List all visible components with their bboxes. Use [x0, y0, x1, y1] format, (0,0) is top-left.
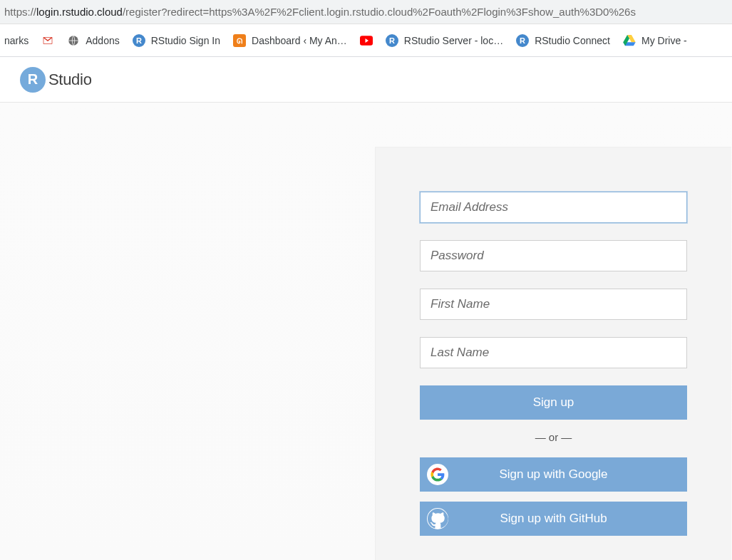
bookmark-label: RStudio Server - loc… — [404, 35, 503, 46]
email-field[interactable] — [420, 192, 687, 223]
bookmark-item-gdrive[interactable]: My Drive - — [623, 34, 687, 47]
bookmark-label: narks — [4, 35, 29, 46]
browser-address-bar[interactable]: https://login.rstudio.cloud/register?red… — [0, 0, 732, 24]
bookmark-item[interactable]: narks — [4, 35, 29, 46]
bookmark-item-rstudio-connect[interactable]: R RStudio Connect — [516, 34, 610, 47]
svg-text:R: R — [520, 36, 525, 45]
signup-button[interactable]: Sign up — [420, 385, 687, 420]
gmail-icon — [41, 34, 54, 47]
bookmark-label: My Drive - — [641, 35, 687, 46]
logo-text: Studio — [48, 71, 92, 89]
content-area: Sign up — or — Sign up with Google Sign … — [0, 103, 732, 560]
github-button-label: Sign up with GitHub — [500, 512, 607, 526]
signup-github-button[interactable]: Sign up with GitHub — [420, 502, 687, 536]
bookmark-label: Dashboard ‹ My An… — [252, 35, 347, 46]
logo-letter: R — [28, 71, 38, 88]
rstudio-icon: R — [516, 34, 529, 47]
rstudio-icon: R — [386, 34, 398, 47]
signup-google-button[interactable]: Sign up with Google — [420, 457, 687, 492]
gdrive-icon — [623, 34, 636, 47]
github-icon — [427, 508, 448, 529]
svg-text:R: R — [136, 36, 142, 45]
url-path: /register?redirect=https%3A%2F%2Fclient.… — [123, 6, 636, 18]
bookmark-item-rstudio-server[interactable]: R RStudio Server - loc… — [386, 34, 503, 47]
firstname-field[interactable] — [420, 289, 687, 320]
globe-icon — [67, 34, 80, 47]
bookmarks-bar: narks Addons R RStudio Sign In ᘏ Dashboa… — [0, 24, 732, 57]
rstudio-logo-icon: R — [20, 67, 46, 93]
bookmark-item-gmail[interactable] — [41, 34, 54, 47]
url-display: https://login.rstudio.cloud/register?red… — [4, 6, 636, 18]
url-scheme: https:// — [4, 6, 36, 18]
bookmark-item-rstudio-signin[interactable]: R RStudio Sign In — [133, 34, 220, 47]
google-button-label: Sign up with Google — [499, 467, 607, 482]
signup-button-label: Sign up — [533, 395, 574, 410]
bookmark-item-youtube[interactable] — [360, 34, 373, 47]
xampp-icon: ᘏ — [233, 34, 246, 47]
page-header: R Studio — [0, 57, 732, 103]
signup-panel: Sign up — or — Sign up with Google Sign … — [375, 147, 731, 560]
svg-text:R: R — [389, 36, 395, 45]
youtube-icon — [360, 34, 373, 47]
bookmark-label: RStudio Connect — [535, 35, 610, 46]
or-separator: — or — — [420, 431, 687, 443]
svg-text:ᘏ: ᘏ — [237, 37, 243, 45]
url-host: login.rstudio.cloud — [36, 6, 123, 18]
bookmark-item-addons[interactable]: Addons — [67, 34, 119, 47]
rstudio-icon: R — [133, 34, 145, 47]
bookmark-label: RStudio Sign In — [151, 35, 220, 46]
lastname-field[interactable] — [420, 337, 687, 368]
google-icon — [427, 464, 448, 485]
bookmark-item-dashboard[interactable]: ᘏ Dashboard ‹ My An… — [233, 34, 347, 47]
password-field[interactable] — [420, 240, 687, 271]
bookmark-label: Addons — [86, 35, 119, 46]
